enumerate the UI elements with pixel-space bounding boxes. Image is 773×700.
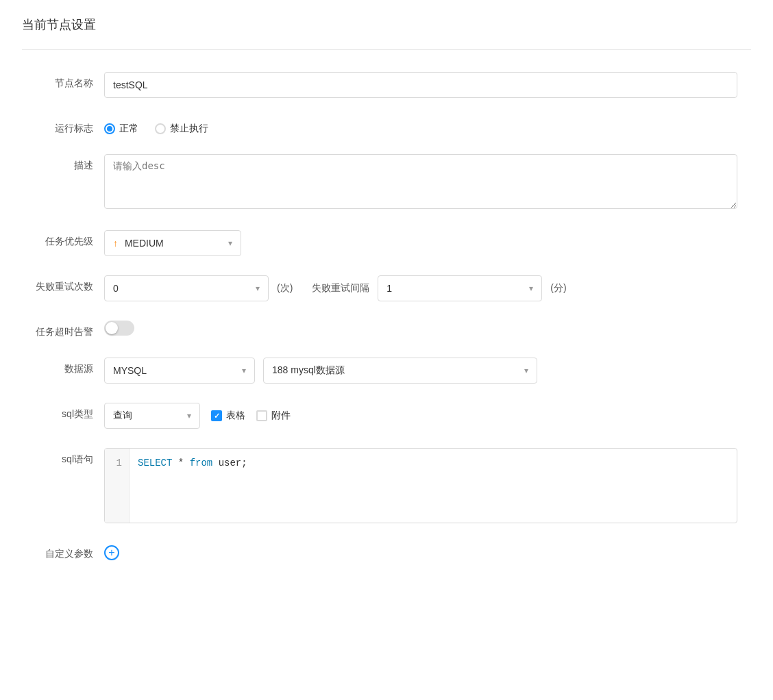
retry-interval-unit: (分) (550, 282, 566, 295)
datasource-type-value: MYSQL (113, 365, 147, 376)
retry-interval-select[interactable]: 1 ▾ (378, 275, 542, 301)
run-flag-row: 运行标志 正常 禁止执行 (36, 117, 737, 135)
sql-keyword-select: SELECT (138, 458, 172, 468)
page-title: 当前节点设置 (22, 16, 751, 33)
desc-label: 描述 (36, 154, 104, 172)
node-name-control (104, 72, 737, 98)
sql-row: sql语句 1 SELECT * from user; (36, 448, 737, 523)
sqltype-select[interactable]: 查询 ▾ (104, 403, 200, 429)
sqltype-row: sql类型 查询 ▾ 表格 附件 (36, 403, 737, 429)
priority-label: 任务优先级 (36, 230, 104, 248)
timeout-toggle-row (104, 321, 737, 336)
sql-control: 1 SELECT * from user; (104, 448, 737, 523)
retry-count-label: 失败重试次数 (36, 275, 104, 293)
radio-disabled-label: 禁止执行 (170, 123, 208, 135)
sql-content[interactable]: SELECT * from user; (130, 449, 737, 523)
sqltype-chevron-icon: ▾ (187, 411, 191, 421)
sql-editor[interactable]: 1 SELECT * from user; (104, 448, 737, 523)
radio-disabled-circle (155, 123, 166, 134)
desc-control (104, 154, 737, 211)
timeout-label: 任务超时告警 (36, 321, 104, 338)
sql-label: sql语句 (36, 448, 104, 466)
checkbox-table[interactable]: 表格 (211, 410, 245, 422)
custom-params-control: + (104, 542, 737, 560)
node-name-row: 节点名称 (36, 72, 737, 98)
sqltype-label: sql类型 (36, 403, 104, 421)
priority-select[interactable]: ↑ MEDIUM ▾ (104, 230, 241, 256)
timeout-row: 任务超时告警 (36, 321, 737, 338)
sql-line-numbers: 1 (105, 449, 130, 523)
retry-count-value: 0 (113, 283, 119, 294)
sql-table: user; (212, 458, 247, 468)
node-name-label: 节点名称 (36, 72, 104, 90)
datasource-control: MYSQL ▾ 188 mysql数据源 ▾ (104, 358, 737, 384)
datasource-instance-value: 188 mysql数据源 (272, 364, 345, 377)
retry-count-select[interactable]: 0 ▾ (104, 275, 269, 301)
priority-select-value: ↑ MEDIUM (113, 238, 164, 249)
custom-params-label: 自定义参数 (36, 542, 104, 560)
sql-star: * (172, 458, 189, 468)
retry-interval-value: 1 (386, 283, 392, 294)
retry-interval-label: 失败重试间隔 (312, 282, 369, 295)
section-divider (22, 49, 751, 50)
sql-keyword-from: from (190, 458, 213, 468)
radio-normal-circle (104, 123, 115, 134)
datasource-row: 数据源 MYSQL ▾ 188 mysql数据源 ▾ (36, 358, 737, 384)
priority-chevron-icon: ▾ (228, 238, 232, 248)
checkbox-attachment-label: 附件 (271, 410, 291, 422)
checkbox-table-box (211, 410, 222, 421)
add-param-button[interactable]: + (104, 545, 119, 560)
priority-up-icon: ↑ (113, 238, 118, 249)
timeout-toggle[interactable] (104, 321, 134, 336)
checkbox-table-label: 表格 (226, 410, 245, 422)
retry-count-chevron-icon: ▾ (256, 284, 260, 293)
custom-params-inline-row: + (104, 542, 737, 560)
sqltype-control: 查询 ▾ 表格 附件 (104, 403, 737, 429)
desc-input[interactable] (104, 154, 737, 209)
datasource-type-chevron-icon: ▾ (242, 366, 246, 375)
run-flag-control: 正常 禁止执行 (104, 117, 737, 135)
priority-row: 任务优先级 ↑ MEDIUM ▾ (36, 230, 737, 256)
priority-control: ↑ MEDIUM ▾ (104, 230, 737, 256)
sqltype-value: 查询 (113, 410, 132, 422)
datasource-type-select[interactable]: MYSQL ▾ (104, 358, 255, 384)
timeout-control (104, 321, 737, 336)
radio-disabled[interactable]: 禁止执行 (155, 123, 208, 135)
custom-params-row: 自定义参数 + (36, 542, 737, 560)
retry-interval-chevron-icon: ▾ (529, 284, 533, 293)
datasource-instance-chevron-icon: ▾ (524, 366, 528, 375)
radio-group: 正常 禁止执行 (104, 117, 737, 135)
radio-normal-label: 正常 (119, 123, 138, 135)
datasource-inline-row: MYSQL ▾ 188 mysql数据源 ▾ (104, 358, 737, 384)
desc-row: 描述 (36, 154, 737, 211)
retry-row: 失败重试次数 0 ▾ (次) 失败重试间隔 1 ▾ (分) (36, 275, 737, 301)
sqltype-inline-row: 查询 ▾ 表格 附件 (104, 403, 737, 429)
retry-inline-row: 0 ▾ (次) 失败重试间隔 1 ▾ (分) (104, 275, 737, 301)
checkbox-attachment-box (256, 410, 267, 421)
datasource-label: 数据源 (36, 358, 104, 375)
form-section: 节点名称 运行标志 正常 禁止执行 (22, 72, 751, 560)
page-container: 当前节点设置 节点名称 运行标志 正常 禁止执行 (0, 0, 773, 700)
checkbox-attachment[interactable]: 附件 (256, 410, 291, 422)
radio-normal[interactable]: 正常 (104, 123, 138, 135)
toggle-thumb (106, 322, 118, 334)
sql-line-1: 1 (112, 455, 122, 471)
node-name-input[interactable] (104, 72, 737, 98)
retry-control: 0 ▾ (次) 失败重试间隔 1 ▾ (分) (104, 275, 737, 301)
run-flag-label: 运行标志 (36, 117, 104, 135)
datasource-instance-select[interactable]: 188 mysql数据源 ▾ (263, 358, 537, 384)
retry-count-unit: (次) (277, 282, 293, 295)
